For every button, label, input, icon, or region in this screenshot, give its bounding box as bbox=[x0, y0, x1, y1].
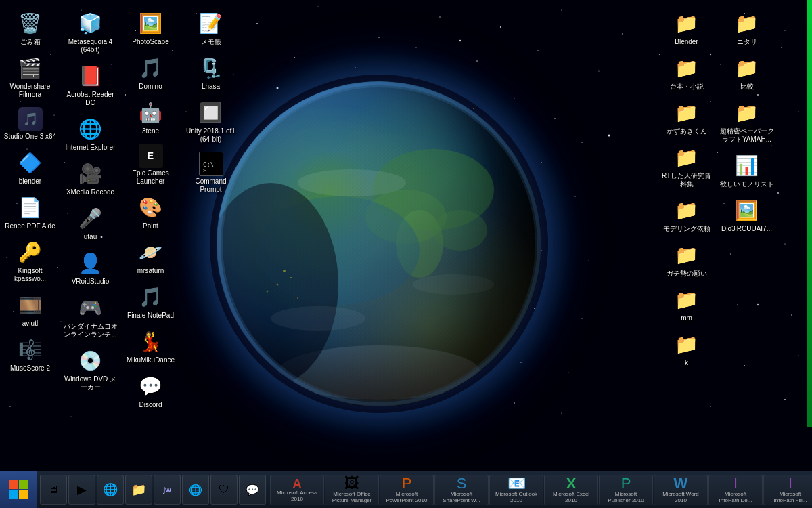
ie-quick-button[interactable]: 🌐 bbox=[97, 475, 124, 505]
icon-ie[interactable]: 🌐 Internet Explorer bbox=[62, 112, 119, 154]
ms-outlook-icon: 📧 bbox=[508, 476, 526, 491]
media-player-button[interactable]: ▶ bbox=[68, 475, 95, 505]
taskbar-ms-infopath-de[interactable]: I MicrosoftInfoPath De... bbox=[708, 475, 763, 505]
mrsaturn-label: mrsaturn bbox=[137, 267, 164, 275]
icon-photoscape[interactable]: 🖼️ PhotoScape bbox=[122, 7, 179, 49]
aviutl-icon: 🎞️ bbox=[17, 291, 44, 318]
icon-domino[interactable]: 🎵 Domino bbox=[122, 51, 179, 93]
blender-icon: 🔷 bbox=[17, 149, 44, 176]
taskbar-ms-sharepoint[interactable]: S MicrosoftSharePoint W... bbox=[434, 475, 489, 505]
memo-label: メモ帳 bbox=[201, 38, 221, 46]
icon-nitari[interactable]: 📁 ニタリ bbox=[718, 7, 775, 49]
icon-xmedia[interactable]: 🎥 XMedia Recode bbox=[62, 157, 119, 199]
ms-publisher-icon: P bbox=[621, 476, 631, 491]
taskbar-ms-outlook[interactable]: 📧 Microsoft Outlook2010 bbox=[489, 475, 543, 505]
svg-text:C:\: C:\ bbox=[203, 161, 214, 168]
svg-point-73 bbox=[514, 402, 515, 404]
svg-rect-103 bbox=[9, 480, 18, 489]
djo3j-label: Djo3jRCUUAI7... bbox=[721, 225, 772, 233]
kingsoft-icon: 🔑 bbox=[17, 238, 44, 266]
icon-discord[interactable]: 💬 Discord bbox=[122, 370, 179, 412]
taskbar-ms-infopath-fill[interactable]: I MicrosoftInfoPath Fill... bbox=[763, 475, 812, 505]
nitari-icon: 📁 bbox=[734, 9, 761, 37]
icon-djo3j[interactable]: 🖼️ Djo3jRCUUAI7... bbox=[718, 194, 775, 236]
network-button[interactable]: 🌐 bbox=[182, 475, 209, 505]
epic-games-icon: E bbox=[139, 144, 163, 168]
blender-label: blender bbox=[19, 177, 41, 186]
icon-k[interactable]: 📁 k bbox=[658, 328, 715, 370]
mikumikudance-icon: 💃 bbox=[137, 328, 164, 355]
start-button[interactable] bbox=[0, 471, 37, 509]
icon-recycle-bin[interactable]: 🗑️ ごみ箱 bbox=[1, 7, 59, 49]
icon-aviutl[interactable]: 🎞️ aviutl bbox=[1, 289, 59, 331]
taskbar-ms-excel[interactable]: X Microsoft Excel2010 bbox=[544, 475, 598, 505]
photoscape-icon: 🖼️ bbox=[137, 9, 164, 37]
blender-r-icon: 📁 bbox=[673, 9, 700, 37]
icon-finale[interactable]: 🎵 Finale NotePad bbox=[122, 280, 179, 322]
taskbar-ms-publisher[interactable]: P MicrosoftPublisher 2010 bbox=[599, 475, 653, 505]
icon-hikaku[interactable]: 📁 比較 bbox=[718, 51, 775, 93]
icon-hoshii[interactable]: 📊 欲しいモノリスト bbox=[718, 149, 775, 191]
icon-command-prompt[interactable]: C:\>_ CommandPrompt bbox=[182, 149, 240, 196]
icon-modeling-irai[interactable]: 📁 モデリング依頼 bbox=[658, 194, 715, 236]
icon-renee-pdf[interactable]: 📄 Renee PDF Aide bbox=[1, 191, 59, 233]
icon-mm[interactable]: 📁 mm bbox=[658, 283, 715, 325]
folder-quick-button[interactable]: 📁 bbox=[125, 475, 152, 505]
icon-unity[interactable]: 🔲 Unity 2018.1.of1(64-bit) bbox=[182, 96, 240, 146]
icon-daihon[interactable]: 📁 台本・小説 bbox=[658, 51, 715, 93]
icon-acrobat[interactable]: 📕 Acrobat ReaderDC bbox=[62, 60, 119, 110]
epic-games-label: Epic GamesLauncher bbox=[132, 169, 168, 186]
unity-icon: 🔲 bbox=[198, 99, 225, 126]
command-prompt-label: CommandPrompt bbox=[195, 177, 226, 194]
icon-utau[interactable]: 🎤 utau bbox=[62, 202, 119, 244]
icon-3tene[interactable]: 🤖 3tene bbox=[122, 96, 179, 138]
svg-text:>_: >_ bbox=[203, 168, 209, 173]
icon-seimitsu[interactable]: 📁 超精密ペーパークラフトYAMAH... bbox=[718, 96, 775, 146]
icon-blender-r[interactable]: 📁 Blender bbox=[658, 7, 715, 49]
security-button[interactable]: 🛡 bbox=[210, 475, 238, 505]
icon-blender[interactable]: 🔷 blender bbox=[1, 146, 59, 188]
taskbar-ms-word[interactable]: W Microsoft Word2010 bbox=[654, 475, 708, 505]
taskbar-ms-powerpoint[interactable]: P MicrosoftPowerPoint 2010 bbox=[380, 475, 434, 505]
seimitsu-label: 超精密ペーパークラフトYAMAH... bbox=[720, 127, 774, 144]
djo3j-icon: 🖼️ bbox=[734, 196, 761, 224]
paint-label: Paint bbox=[143, 222, 158, 230]
acrobat-icon: 📕 bbox=[77, 62, 104, 89]
taskbar-ms-access[interactable]: A Microsoft Access2010 bbox=[270, 475, 324, 505]
svg-point-74 bbox=[561, 412, 562, 413]
icon-kingsoft[interactable]: 🔑 Kingsoftkpasswo... bbox=[1, 236, 59, 286]
icon-bandainamco[interactable]: 🎮 バンダイナムコオンラインランチ... bbox=[62, 291, 119, 341]
svg-point-93 bbox=[267, 291, 269, 293]
svg-point-85 bbox=[396, 210, 443, 278]
svg-point-84 bbox=[365, 190, 447, 244]
chat-button[interactable]: 💬 bbox=[239, 475, 266, 505]
icon-mrsaturn[interactable]: 🪐 mrsaturn bbox=[122, 236, 179, 278]
ms-outlook-label: Microsoft Outlook2010 bbox=[495, 492, 537, 504]
icon-metasequoia[interactable]: 🧊 Metasequoia 4(64bit) bbox=[62, 7, 119, 57]
icon-lhasa[interactable]: 🗜️ Lhasa bbox=[182, 51, 240, 93]
icon-memo[interactable]: 📝 メモ帳 bbox=[182, 7, 240, 49]
bandainamco-label: バンダイナムコオンラインランチ... bbox=[64, 322, 118, 339]
icon-mikumikudance[interactable]: 💃 MikuMikuDance bbox=[122, 325, 179, 367]
utau-label: utau bbox=[84, 233, 97, 241]
icon-vroid[interactable]: 👤 VRoidStudio bbox=[62, 247, 119, 289]
jw-button[interactable]: jw bbox=[154, 475, 181, 505]
musescore-icon: 🎼 bbox=[17, 336, 44, 363]
ie-icon: 🌐 bbox=[77, 115, 104, 142]
taskbar-ms-picture[interactable]: 🖼 Microsoft OfficePicture Manager bbox=[325, 475, 379, 505]
vroid-icon: 👤 bbox=[77, 249, 104, 276]
icon-musescore[interactable]: 🎼 MuseScore 2 bbox=[1, 333, 59, 375]
svg-point-5 bbox=[256, 23, 258, 24]
icon-kazuakikun[interactable]: 📁 かずあきくん bbox=[658, 96, 715, 138]
svg-point-11 bbox=[622, 33, 623, 35]
svg-point-10 bbox=[561, 9, 562, 10]
icon-windows-dvd[interactable]: 💿 Windows DVD メーカー bbox=[62, 344, 119, 394]
icon-studio-one[interactable]: 🎵 Studio One 3 x64 bbox=[1, 104, 59, 144]
show-desktop-button[interactable]: 🖥 bbox=[40, 475, 67, 505]
icon-filmora[interactable]: 🎬 WondershareFilmora bbox=[1, 51, 59, 102]
icon-epic-games[interactable]: E Epic GamesLauncher bbox=[122, 141, 179, 188]
icon-paint[interactable]: 🎨 Paint bbox=[122, 191, 179, 233]
icon-gachi[interactable]: 📁 ガチ勢の願い bbox=[658, 238, 715, 280]
command-prompt-icon: C:\>_ bbox=[199, 152, 223, 176]
icon-rt-kenkyu[interactable]: 📁 RTした人研究資料集 bbox=[658, 141, 715, 191]
